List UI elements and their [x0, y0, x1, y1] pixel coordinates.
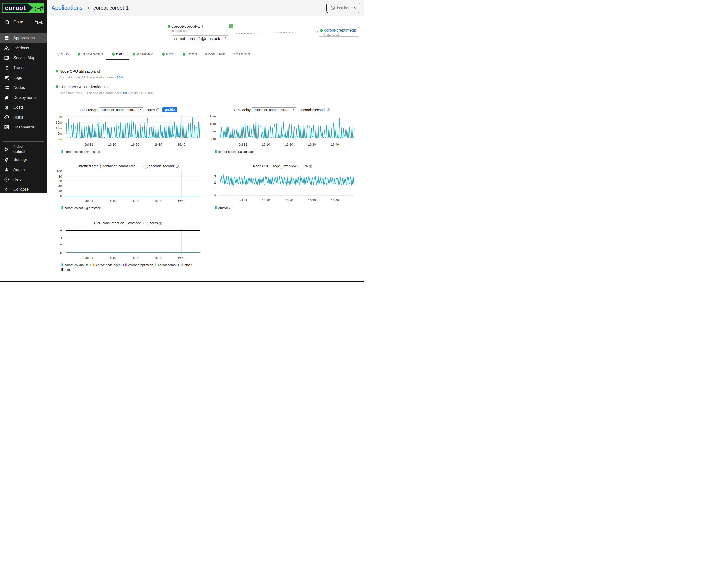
svg-text:16:30: 16:30 — [154, 256, 162, 260]
svg-text:40: 40 — [58, 184, 62, 188]
svg-text:6: 6 — [60, 229, 62, 232]
svg-text:16:30: 16:30 — [308, 143, 316, 146]
svg-text:Jul 31: Jul 31 — [85, 199, 93, 203]
svg-text:Jul 31: Jul 31 — [85, 143, 93, 146]
svg-text:16:20: 16:20 — [131, 143, 139, 146]
svg-text:10m: 10m — [210, 122, 216, 126]
svg-text:15m: 15m — [56, 121, 62, 124]
svg-text:16:20: 16:20 — [285, 198, 293, 202]
svg-text:3: 3 — [214, 174, 216, 178]
svg-text:16:40: 16:40 — [178, 199, 186, 203]
svg-text:16:10: 16:10 — [262, 143, 270, 146]
svg-text:16:20: 16:20 — [131, 256, 139, 260]
svg-text:16:40: 16:40 — [331, 143, 339, 146]
svg-text:16:10: 16:10 — [108, 143, 116, 146]
svg-text:16:30: 16:30 — [154, 199, 162, 203]
svg-text:0: 0 — [214, 194, 216, 197]
svg-text:15m: 15m — [210, 114, 216, 118]
svg-text:16:30: 16:30 — [308, 198, 316, 202]
svg-text:16:20: 16:20 — [131, 199, 139, 203]
svg-text:16:40: 16:40 — [331, 198, 339, 202]
svg-text:16:10: 16:10 — [108, 199, 116, 203]
svg-text:16:20: 16:20 — [285, 143, 293, 146]
svg-text:Jul 31: Jul 31 — [239, 143, 247, 146]
svg-text:Jul 31: Jul 31 — [239, 198, 247, 202]
svg-text:coroot-coroot-1: coroot-coroot-1 — [158, 263, 179, 267]
svg-text:16:10: 16:10 — [262, 198, 270, 202]
svg-text:20: 20 — [58, 189, 62, 193]
svg-text:4: 4 — [60, 236, 62, 240]
svg-text:60: 60 — [58, 179, 62, 183]
svg-text:2: 2 — [60, 243, 62, 247]
svg-text:10m: 10m — [56, 126, 62, 130]
svg-text:16:40: 16:40 — [178, 256, 186, 260]
svg-text:5m: 5m — [211, 129, 216, 133]
svg-text:coroot-clickhouse-1: coroot-clickhouse-1 — [65, 263, 91, 267]
svg-text:0: 0 — [60, 251, 62, 255]
svg-text:1: 1 — [214, 187, 216, 191]
svg-text:100: 100 — [57, 169, 62, 173]
svg-text:0m: 0m — [211, 137, 216, 141]
svg-text:16:40: 16:40 — [178, 143, 186, 146]
svg-text:coroot-coroot-1@orbstack: coroot-coroot-1@orbstack — [65, 150, 101, 154]
svg-text:0m: 0m — [57, 137, 62, 141]
svg-text:total: total — [65, 268, 71, 272]
svg-text:orbstack: orbstack — [218, 206, 230, 210]
svg-text:0: 0 — [60, 194, 62, 198]
svg-text:16:10: 16:10 — [108, 256, 116, 260]
svg-text:16:30: 16:30 — [154, 143, 162, 146]
svg-text:Jul 31: Jul 31 — [85, 256, 93, 260]
svg-text:coroot-greptimedb: coroot-greptimedb — [128, 263, 153, 267]
svg-text:coroot-node-agent-1: coroot-node-agent-1 — [96, 263, 124, 267]
svg-text:80: 80 — [58, 175, 62, 178]
svg-text:2: 2 — [214, 181, 216, 184]
svg-text:5m: 5m — [57, 132, 62, 135]
svg-text:coroot-coroot-1@orbstack: coroot-coroot-1@orbstack — [218, 150, 254, 154]
svg-text:other: other — [184, 263, 192, 267]
svg-text:20m: 20m — [56, 115, 62, 119]
svg-text:coroot-coroot-1@orbstack: coroot-coroot-1@orbstack — [65, 206, 101, 210]
